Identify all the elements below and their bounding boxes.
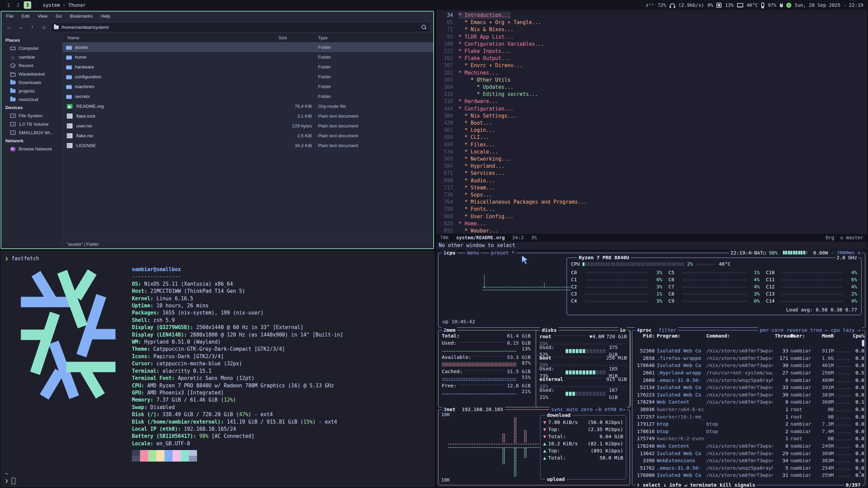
search-icon[interactable]	[421, 24, 427, 30]
network-rate[interactable]: (2.9kb/s)	[678, 2, 704, 8]
terminal-window[interactable]: ❯ fastfetch nambiar@smallbox -----------…	[1, 251, 435, 487]
org-line[interactable]: 304 * Updates...	[436, 84, 867, 91]
sidebar-place-item[interactable]: projects	[1, 87, 62, 95]
file-row[interactable]: hardware Folder	[63, 62, 433, 72]
up-button[interactable]: ↑	[28, 23, 37, 32]
process-row[interactable]: 178294 Web Content /nix/store/sm8fmrf3wp…	[634, 399, 863, 406]
column-name[interactable]: Name	[63, 35, 276, 40]
sidebar-place-item[interactable]: nextcloud	[1, 95, 62, 104]
home-button[interactable]: ⌂	[39, 23, 48, 32]
file-row[interactable]: flake.nix 2,5 KiB Plain text document	[63, 131, 433, 141]
org-line[interactable]: 809 * User Config...	[436, 213, 867, 220]
process-row[interactable]: 176646 Isolated Web Co /nix/store/sm8fmr…	[634, 362, 863, 369]
sidebar-place-item[interactable]: Downloads	[1, 78, 62, 87]
file-row[interactable]: README.org 76,4 KiB Org-mode file	[63, 101, 433, 111]
disks-io-toggle[interactable]: io	[618, 327, 627, 334]
process-row[interactable]: 13642 Isolated Web Co /nix/store/sm8fmrf…	[634, 450, 863, 457]
sidebar-place-item[interactable]: nambiar	[1, 53, 62, 61]
org-line[interactable]: 671 * Services...	[436, 170, 867, 177]
idle-inhibit-indicator[interactable]: zᶻᶻ	[646, 2, 654, 8]
org-line[interactable]: 584 * Hyprland...	[436, 163, 867, 170]
org-line[interactable]: 764 * Miscellaneous Packages and Program…	[436, 199, 867, 206]
workspace-button[interactable]: 3	[24, 1, 31, 9]
sidebar-place-item[interactable]: Wastebasket	[1, 70, 62, 78]
process-row[interactable]: 3390 WebExtensions /nix/store/sm8fmrf3wp…	[634, 457, 863, 465]
back-button[interactable]: ←	[5, 23, 14, 32]
process-row[interactable]: 178616 btop btop 2 nambiar 7.4M 0.0	[634, 428, 863, 435]
proc-scrollbar[interactable]	[862, 340, 864, 346]
org-line[interactable]: 71 * Nix & Nixos...	[436, 26, 867, 33]
net-panel-title[interactable]: 3net 192.168.10.165	[442, 406, 505, 413]
menu-button[interactable]: menu	[466, 249, 481, 257]
disks-title[interactable]: disks	[540, 327, 558, 334]
preset-button[interactable]: preset *	[489, 249, 516, 257]
file-row[interactable]: configuration Folder	[63, 72, 433, 82]
org-line[interactable]: 534 * Locale...	[436, 148, 867, 156]
org-line[interactable]: 499 * Files...	[436, 141, 867, 148]
buffer-name[interactable]: system/README.org	[456, 234, 505, 241]
workspace-button[interactable]: 2	[14, 1, 22, 9]
file-row[interactable]: assets Folder	[63, 42, 433, 52]
org-line[interactable]: 484 * CLI...	[436, 134, 867, 141]
process-row[interactable]: 38936 kworker/u64:6-kc 1 root 0B 0.0	[634, 406, 863, 413]
cpu-panel-title[interactable]: 1cpu	[442, 249, 457, 257]
menu-item[interactable]: File	[6, 14, 14, 19]
proc-controls[interactable]: per-core reverse tree ← cpu lazy →	[758, 327, 862, 334]
sidebar-device-item[interactable]: SMALLBOX Wi...	[1, 128, 62, 137]
process-row[interactable]: 52134 Isolated Web Co /nix/store/sm8fmrf…	[634, 384, 863, 391]
menu-item[interactable]: View	[38, 14, 47, 19]
org-line[interactable]: 563 * Networking...	[436, 156, 867, 163]
shell-prompt-empty[interactable]: ❯	[5, 477, 15, 485]
sidebar-device-item[interactable]: 1,0 TB Volume	[1, 120, 62, 128]
org-line[interactable]: 65 * Emacs + Org + Tangle...	[436, 19, 867, 26]
org-line[interactable]: 121 * Flake Inputs...	[436, 48, 867, 55]
file-row[interactable]: machines Folder	[63, 82, 433, 92]
sidebar-place-item[interactable]: Recent	[1, 61, 62, 70]
clock-date[interactable]: Sun, 28 Sep 2025 - 22:19	[795, 2, 863, 8]
menu-item[interactable]: Help	[101, 14, 111, 19]
org-line[interactable]: 799 * Fonts...	[436, 206, 867, 213]
proc-footer-keys[interactable]: ↑ select ↓ info ↵ terminate kill signals	[635, 482, 757, 488]
menu-item[interactable]: Bookmarks	[70, 14, 93, 19]
org-line[interactable]: 303 * Other Utils	[436, 77, 867, 84]
org-line[interactable]: 428 * Boot...	[436, 120, 867, 127]
org-line[interactable]: 825 * Home...	[436, 220, 867, 227]
file-row[interactable]: secrets Folder	[63, 92, 433, 101]
headphones-icon[interactable]	[670, 3, 675, 7]
org-line[interactable]: 384 * Nix Settings...	[436, 113, 867, 120]
menu-item[interactable]: Edit	[22, 14, 29, 19]
org-line[interactable]: 109 * Configuration Variables...	[436, 41, 867, 48]
sidebar-device-item[interactable]: File System	[1, 111, 62, 120]
org-line[interactable]: 344 * Configuration...	[436, 105, 867, 113]
sidebar-network-item[interactable]: Browse Network	[1, 145, 62, 153]
process-row[interactable]: 178248 Web Content /nix/store/sm8fmrf3wp…	[634, 443, 863, 450]
org-line[interactable]: 162 * Flake Output...	[436, 55, 867, 62]
org-buffer[interactable]: 34 * Introduction... 65 * Emacs + Org + …	[436, 10, 867, 234]
forward-button[interactable]: →	[16, 23, 25, 32]
process-row[interactable]: 51762 .emacs-31.0.50- /nix/store/wnqz5pa…	[634, 465, 863, 472]
volume-value[interactable]: 72%	[657, 2, 666, 8]
memory-usage-value[interactable]: 13%	[725, 2, 733, 8]
menu-item[interactable]: Go	[56, 14, 62, 19]
process-row[interactable]: 176000 Isolated Web Co /nix/store/sm8fmr…	[634, 472, 863, 479]
temperature-value[interactable]: 46°C	[747, 2, 758, 8]
cpu-usage-value[interactable]: 0%	[708, 2, 713, 8]
file-row[interactable]: home Folder	[63, 52, 433, 62]
column-type[interactable]: Type	[315, 35, 433, 40]
workspace-button[interactable]: 1	[5, 1, 12, 9]
major-mode[interactable]: Org	[826, 234, 834, 241]
proc-panel-title[interactable]: 4proc filter	[635, 327, 678, 334]
filter-button[interactable]: filter	[658, 327, 676, 333]
org-line[interactable]: 698 * Audio...	[436, 177, 867, 184]
org-line[interactable]: 736 * Sops...	[436, 191, 867, 199]
org-line[interactable]: 461 * Login...	[436, 127, 867, 134]
path-bar[interactable]: /home/nambiar/system/	[51, 22, 430, 32]
file-row[interactable]: flake.lock 3,1 KiB Plain text document	[63, 111, 433, 121]
process-row[interactable]: 2658 .firefox-wrappe /nix/store/sm8fmrf3…	[634, 355, 863, 362]
org-line[interactable]: 717 * Steam...	[436, 184, 867, 191]
org-line[interactable]: 855 * Waubar...	[436, 227, 867, 234]
org-line[interactable]: 34 * Introduction...	[436, 12, 867, 19]
process-row[interactable]: 177257 kworker/10:1-mm_ 1 root 0B 0.0	[634, 413, 863, 421]
file-row[interactable]: user.nix 229 bytes Plain text document	[63, 121, 433, 131]
process-row[interactable]: 176223 Isolated Web Co /nix/store/sm8fmr…	[634, 391, 863, 399]
